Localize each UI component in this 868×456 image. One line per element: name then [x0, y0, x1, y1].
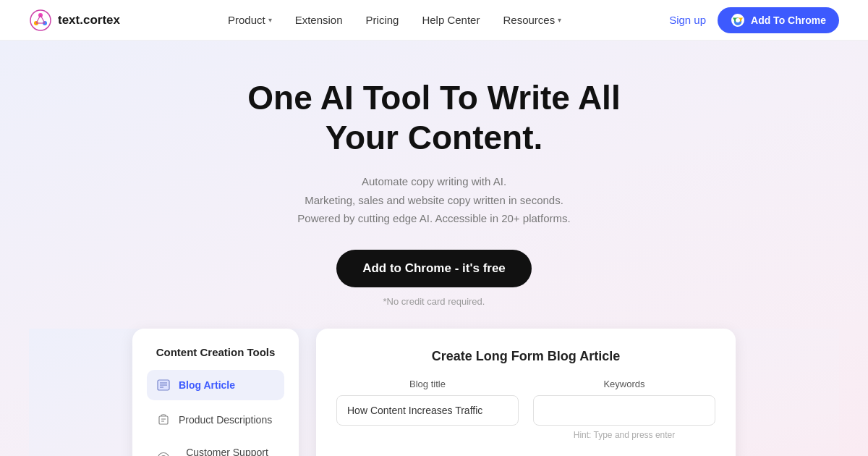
- nav-product[interactable]: Product ▾: [228, 14, 272, 26]
- blog-title-input[interactable]: [336, 395, 519, 426]
- svg-line-5: [36, 15, 41, 23]
- logo[interactable]: text.cortex: [29, 9, 120, 32]
- nav-help-center[interactable]: Help Center: [422, 14, 480, 26]
- keywords-label: Keywords: [533, 379, 715, 389]
- blog-title-group: Blog title: [336, 379, 519, 440]
- logo-icon: [29, 9, 52, 32]
- hero-subtitle: Automate copy writing with AI. Marketing…: [29, 172, 839, 228]
- tool-item-customer-support-email[interactable]: Customer Support Email: [147, 439, 284, 456]
- nav-pricing[interactable]: Pricing: [366, 14, 399, 26]
- right-panel: Create Long Form Blog Article Blog title…: [316, 329, 736, 456]
- nav-actions: Sign up Add To Chrome: [669, 7, 839, 33]
- tool-item-blog-article[interactable]: Blog Article: [147, 370, 284, 400]
- keywords-group: Keywords Hint: Type and press enter: [533, 379, 715, 440]
- nav-resources[interactable]: Resources ▾: [503, 14, 561, 26]
- chrome-icon: [731, 13, 745, 28]
- add-to-chrome-button[interactable]: Add To Chrome: [718, 7, 839, 33]
- logo-text: text.cortex: [58, 13, 120, 28]
- blog-title-label: Blog title: [336, 379, 519, 389]
- panel-title: Content Creation Tools: [147, 346, 284, 358]
- sign-up-link[interactable]: Sign up: [669, 14, 706, 26]
- nav-extension[interactable]: Extension: [295, 14, 343, 26]
- svg-point-8: [736, 18, 740, 22]
- nav-links: Product ▾ Extension Pricing Help Center …: [228, 14, 561, 26]
- chevron-down-icon: ▾: [268, 16, 272, 24]
- keywords-hint: Hint: Type and press enter: [533, 430, 715, 440]
- tool-item-product-descriptions[interactable]: Product Descriptions: [147, 405, 284, 435]
- product-descriptions-icon: [156, 412, 171, 428]
- hero-cta-button[interactable]: Add to Chrome - it's free: [336, 250, 532, 287]
- tool-section: Content Creation Tools Blog Article: [29, 329, 839, 456]
- navigation: text.cortex Product ▾ Extension Pricing …: [0, 0, 868, 41]
- svg-line-4: [41, 15, 45, 23]
- hero-section: One AI Tool To Write All Your Content. A…: [0, 41, 868, 456]
- form-row: Blog title Keywords Hint: Type and press…: [336, 379, 715, 440]
- blog-article-icon: [156, 377, 171, 393]
- left-panel: Content Creation Tools Blog Article: [132, 329, 299, 456]
- keywords-input[interactable]: [533, 395, 715, 426]
- hero-title: One AI Tool To Write All Your Content.: [29, 78, 839, 158]
- chevron-down-icon-2: ▾: [558, 16, 561, 24]
- svg-rect-13: [159, 416, 168, 424]
- no-credit-card-text: *No credit card required.: [29, 296, 839, 307]
- customer-support-icon: [156, 450, 171, 456]
- form-title: Create Long Form Blog Article: [336, 349, 715, 364]
